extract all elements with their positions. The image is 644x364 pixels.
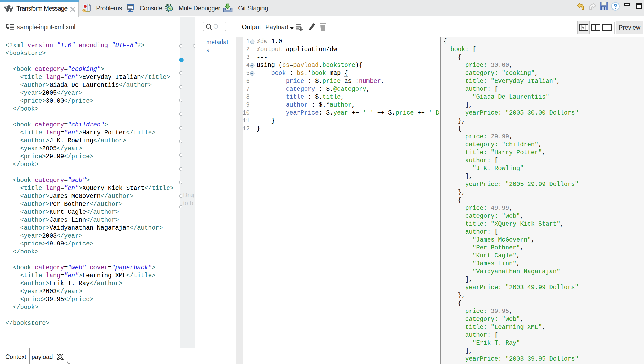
svg-text:?: ? (614, 3, 618, 10)
